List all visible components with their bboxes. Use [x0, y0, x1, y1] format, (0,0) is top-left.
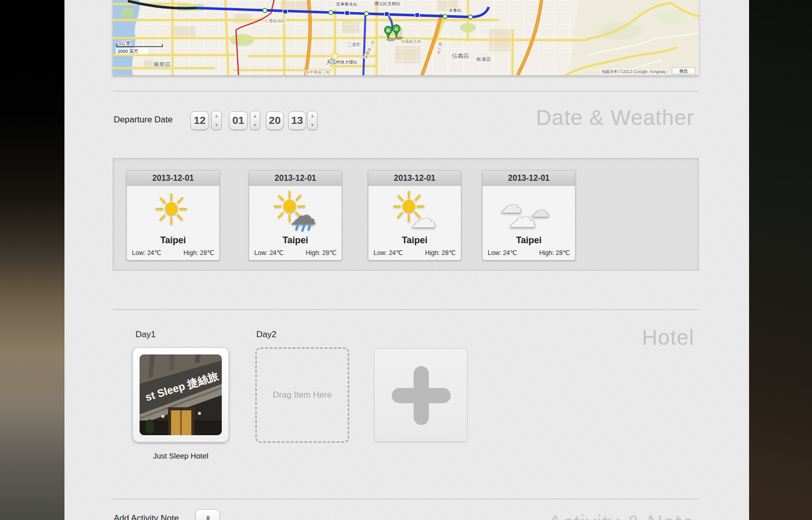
- weather-low: Low: 24℃: [132, 249, 161, 256]
- day2-dropzone[interactable]: Drag Item Here: [255, 347, 349, 443]
- svg-text:條款: 條款: [680, 69, 689, 74]
- year-low-field[interactable]: 13: [288, 111, 306, 130]
- route-map[interactable]: B A 萬華區 大安區 信義區 南港區 三張犁 忠孝敦化站 國父紀念館站 永春站…: [113, 0, 699, 76]
- svg-text:忠孝敦化站: 忠孝敦化站: [335, 2, 358, 7]
- day2-label: Day2: [256, 330, 277, 340]
- day-up-icon[interactable]: ▲: [250, 111, 260, 120]
- svg-text:A: A: [395, 26, 398, 31]
- weather-low: Low: 24℃: [254, 249, 284, 256]
- departure-date-spinners: 12 ▲ ▼ 01 ▲ ▼ 20 13 ▲ ▼: [190, 110, 318, 131]
- departure-date-label: Departure Date: [114, 115, 173, 125]
- activity-heading: Activity & Note: [548, 511, 694, 520]
- weather-city: Taipei: [483, 235, 575, 247]
- month-stepper[interactable]: ▲ ▼: [211, 111, 222, 130]
- date-weather-heading: Date & Weather: [536, 106, 694, 130]
- weather-low: Low: 24℃: [374, 249, 403, 256]
- month-down-icon[interactable]: ▼: [212, 120, 221, 129]
- add-activity-label: Add Activity Note: [114, 513, 179, 520]
- weather-date: 2013-12-01: [127, 171, 219, 186]
- clouds-icon: ☁ ☁ ☁: [483, 186, 575, 235]
- hotel-name: Just Sleep Hotel: [132, 451, 229, 460]
- svg-text:三張犁: 三張犁: [347, 42, 361, 47]
- year-high-field[interactable]: 20: [266, 111, 284, 130]
- dropzone-placeholder: Drag Item Here: [273, 390, 331, 400]
- svg-text:萬華區: 萬華區: [153, 61, 171, 68]
- map-terms-link[interactable]: 條款: [672, 68, 695, 74]
- year-up-icon[interactable]: ▲: [308, 111, 317, 120]
- svg-text:科技大樓站: 科技大樓站: [336, 59, 358, 64]
- plus-icon: [392, 388, 451, 403]
- weather-city: Taipei: [368, 235, 461, 247]
- svg-text:仁愛路四段: 仁愛路四段: [264, 19, 285, 23]
- svg-text:信義區: 信義區: [452, 53, 469, 59]
- sun-cloud-icon: ☀ ☁: [368, 186, 461, 235]
- weather-card-2[interactable]: 2013-12-01 ☀ ☁ Taipei Low: 24℃ High: 28℃: [249, 170, 342, 261]
- svg-text:B: B: [387, 28, 390, 33]
- svg-text:和平東路三段: 和平東路三段: [306, 70, 330, 75]
- weather-card-3[interactable]: 2013-12-01 ☀ ☁ Taipei Low: 24℃ High: 28℃: [368, 170, 461, 261]
- weather-card-1[interactable]: 2013-12-01 ☀ Taipei Low: 24℃ High: 28℃: [126, 170, 220, 261]
- weather-city: Taipei: [127, 235, 219, 247]
- day1-label: Day1: [136, 330, 156, 340]
- month-field[interactable]: 12: [190, 111, 209, 130]
- weather-high: High: 28℃: [306, 249, 336, 256]
- add-hotel-button[interactable]: [374, 348, 467, 442]
- weather-low: Low: 24℃: [488, 249, 517, 256]
- svg-text:國父紀念館站: 國父紀念館站: [375, 1, 401, 6]
- background-right-band: [749, 0, 812, 520]
- weather-date: 2013-12-01: [483, 171, 575, 186]
- day-stepper[interactable]: ▲ ▼: [250, 111, 260, 130]
- hotel-heading: Hotel: [642, 326, 694, 350]
- day-field[interactable]: 01: [229, 111, 248, 130]
- sunny-icon: ☀: [127, 186, 219, 235]
- weather-high: High: 28℃: [539, 249, 570, 256]
- divider-top: [113, 91, 699, 92]
- divider-middle: [113, 309, 699, 310]
- sun-rain-icon: ☀ ☁: [249, 186, 342, 235]
- trip-planner-page: B A 萬華區 大安區 信義區 南港區 三張犁 忠孝敦化站 國父紀念館站 永春站…: [64, 0, 749, 520]
- hotel-item-just-sleep[interactable]: st Sleep 捷絲旅: [132, 347, 229, 442]
- weather-card-4[interactable]: 2013-12-01 ☁ ☁ ☁ Taipei Low: 24℃ High: 2…: [482, 170, 576, 261]
- add-activity-button[interactable]: [195, 509, 220, 520]
- svg-text:2000 英尺: 2000 英尺: [118, 49, 139, 54]
- svg-text:1公里: 1公里: [119, 41, 130, 46]
- svg-text:永春站: 永春站: [449, 8, 462, 13]
- svg-text:南港區: 南港區: [476, 56, 491, 62]
- year-stepper[interactable]: ▲ ▼: [307, 111, 318, 130]
- svg-text:信義路五段: 信義路五段: [401, 39, 421, 44]
- hotel-photo: st Sleep 捷絲旅: [140, 354, 222, 435]
- background-left-band: [0, 0, 64, 520]
- weather-city: Taipei: [249, 235, 342, 247]
- weather-panel: 2013-12-01 ☀ Taipei Low: 24℃ High: 28℃ 2…: [113, 158, 699, 271]
- day-down-icon[interactable]: ▼: [250, 120, 260, 129]
- month-up-icon[interactable]: ▲: [212, 111, 221, 120]
- divider-bottom: [113, 499, 699, 500]
- plus-icon: [207, 516, 210, 520]
- weather-high: High: 28℃: [425, 249, 456, 256]
- map-copyright: 地圖資料 ©2013 Google, Kingway -: [601, 69, 669, 74]
- weather-high: High: 28℃: [183, 249, 214, 256]
- map-canvas: B A 萬華區 大安區 信義區 南港區 三張犁 忠孝敦化站 國父紀念館站 永春站…: [113, 0, 699, 75]
- year-down-icon[interactable]: ▼: [308, 120, 317, 129]
